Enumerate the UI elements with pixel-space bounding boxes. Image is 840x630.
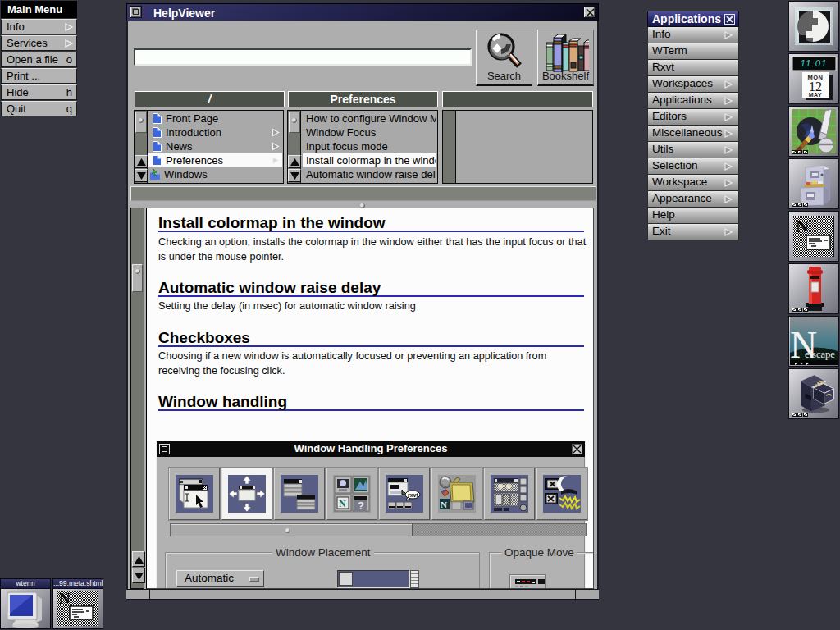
svg-text:rxvt: rxvt bbox=[408, 492, 419, 498]
svg-text:etscape: etscape bbox=[805, 349, 835, 360]
svg-text:11:01: 11:01 bbox=[801, 58, 828, 68]
svg-text:MAY: MAY bbox=[809, 92, 822, 98]
svg-text:?: ? bbox=[358, 500, 364, 512]
svg-text:N: N bbox=[441, 500, 447, 509]
svg-text:N: N bbox=[339, 498, 346, 509]
